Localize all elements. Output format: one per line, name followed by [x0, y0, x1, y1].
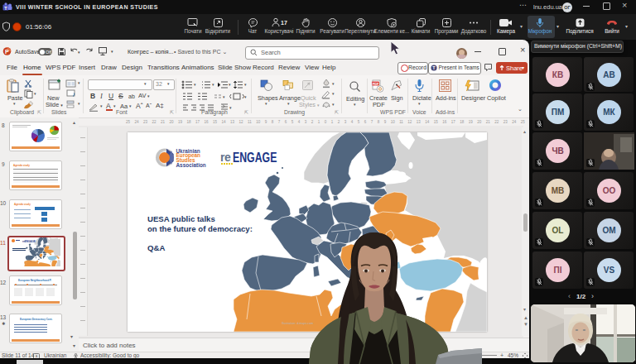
svg-text:▾: ▾ [223, 94, 225, 99]
svg-text:▾: ▾ [229, 105, 232, 110]
svg-text:Association: Association [176, 162, 206, 168]
svg-text:▾: ▾ [212, 82, 214, 87]
svg-text:а: а [36, 354, 38, 358]
svg-text:PDF: PDF [373, 83, 379, 86]
svg-text:▾: ▾ [244, 82, 247, 87]
svg-text:▾: ▾ [229, 82, 231, 87]
svg-text:▾: ▾ [194, 82, 196, 87]
svg-text:▾: ▾ [78, 50, 80, 55]
svg-text:P: P [5, 49, 9, 55]
svg-text:▾: ▾ [244, 94, 247, 99]
